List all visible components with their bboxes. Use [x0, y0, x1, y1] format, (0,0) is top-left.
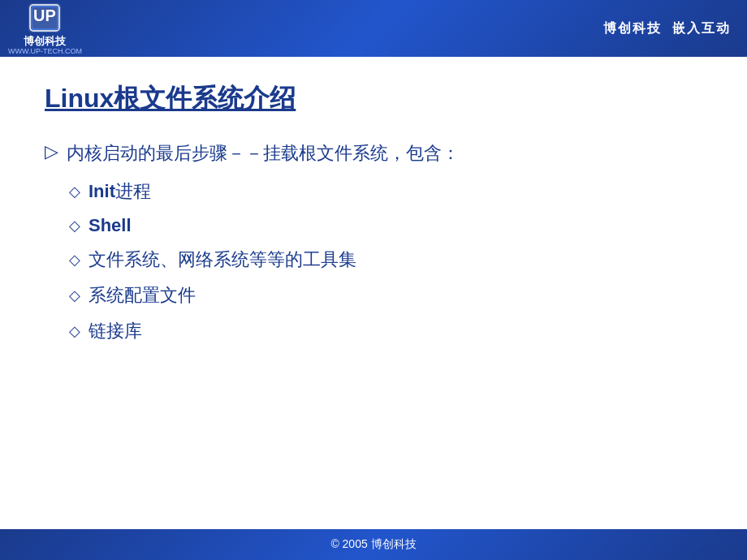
- sub-bullet-2: ◇ Shell: [69, 215, 702, 236]
- logo-area: UP 博创科技 WWW.UP-TECH.COM: [8, 2, 82, 56]
- logo-company-text: 博创科技: [24, 35, 66, 48]
- sub-bullet-text-1: Init进程: [89, 179, 151, 204]
- main-bullet: ▷ 内核启动的最后步骤－－挂载根文件系统，包含：: [45, 140, 702, 166]
- sub-bullets-list: ◇ Init进程 ◇ Shell ◇ 文件系统、网络系统等等的工具集 ◇ 系统配…: [69, 179, 702, 343]
- sub-bullet-text-5: 链接库: [89, 319, 142, 343]
- sub-bullet-icon-4: ◇: [69, 286, 80, 304]
- sub-bullet-5: ◇ 链接库: [69, 319, 702, 343]
- sub-bullet-text-4: 系统配置文件: [89, 283, 196, 308]
- header-tagline: 博创科技 嵌入互动: [603, 20, 731, 37]
- company-logo-icon: UP: [27, 2, 63, 34]
- main-bullet-icon: ▷: [45, 141, 58, 162]
- main-bullet-text: 内核启动的最后步骤－－挂载根文件系统，包含：: [67, 140, 460, 166]
- sub-bullet-3: ◇ 文件系统、网络系统等等的工具集: [69, 248, 702, 272]
- slide-title: Linux根文件系统介绍: [45, 81, 702, 117]
- sub-bullet-1: ◇ Init进程: [69, 179, 702, 204]
- sub-bullet-icon-5: ◇: [69, 322, 80, 340]
- sub-bullet-4: ◇ 系统配置文件: [69, 283, 702, 308]
- sub-bullet-icon-2: ◇: [69, 217, 80, 235]
- sub-bullet-text-3: 文件系统、网络系统等等的工具集: [89, 248, 356, 272]
- footer-copyright: © 2005 博创科技: [330, 537, 416, 552]
- header-bar: UP 博创科技 WWW.UP-TECH.COM 博创科技 嵌入互动: [0, 0, 747, 57]
- logo-url-text: WWW.UP-TECH.COM: [8, 47, 82, 55]
- sub-bullet-icon-3: ◇: [69, 251, 80, 269]
- sub-bullet-text-2: Shell: [89, 215, 132, 236]
- slide-content: Linux根文件系统介绍 ▷ 内核启动的最后步骤－－挂载根文件系统，包含： ◇ …: [0, 57, 747, 529]
- sub-bullet-icon-1: ◇: [69, 183, 80, 200]
- svg-text:UP: UP: [34, 6, 57, 24]
- footer-bar: © 2005 博创科技: [0, 529, 747, 560]
